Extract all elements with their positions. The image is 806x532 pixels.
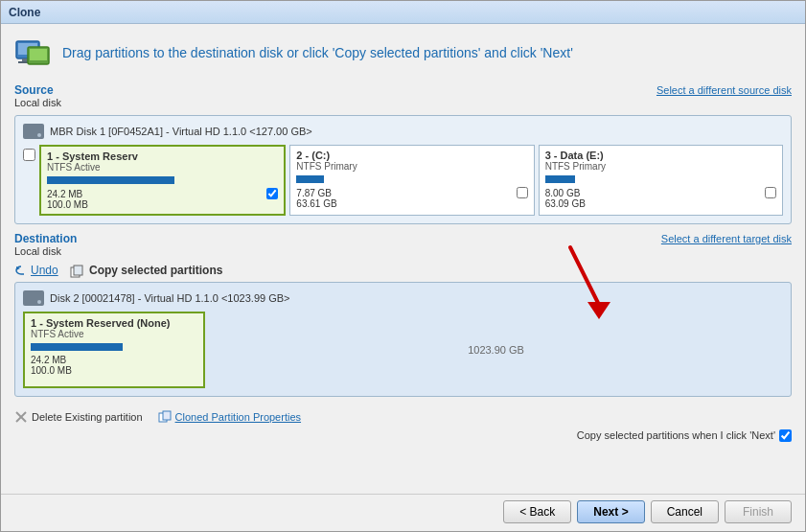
back-button[interactable]: < Back	[503, 500, 571, 523]
dest-partitions-row: 1 - System Reserved (None) NTFS Active 2…	[23, 312, 783, 388]
dest-disk-label: Disk 2 [00021478] - Virtual HD 1.1.0 <10…	[23, 290, 783, 306]
dest-toolbar: Undo Copy selected partitions	[14, 264, 792, 278]
dest-hdd-icon	[23, 290, 44, 306]
button-row: < Back Next > Cancel Finish	[1, 494, 805, 531]
dp1-bar	[31, 343, 123, 351]
svg-rect-8	[74, 266, 82, 275]
dp1-title: 1 - System Reserved (None)	[31, 317, 197, 329]
copy-partitions-button[interactable]: Copy selected partitions	[70, 264, 223, 278]
source-checkbox	[23, 145, 35, 216]
dest-subtitle: Local disk	[14, 245, 77, 257]
finish-button[interactable]: Finish	[725, 500, 792, 523]
source-select-checkbox[interactable]	[23, 149, 35, 161]
p1-type: NTFS Active	[47, 162, 278, 173]
delete-option: Delete Existing partition	[14, 410, 143, 424]
source-header: Source Local disk Select a different sou…	[14, 83, 792, 112]
header-bar: Drag partitions to the destination disk …	[14, 34, 792, 72]
dest-disk-panel: Disk 2 [00021478] - Virtual HD 1.1.0 <10…	[14, 282, 792, 397]
source-disk-label: MBR Disk 1 [0F0452A1] - Virtual HD 1.1.0…	[23, 124, 783, 139]
title-bar: Clone	[1, 1, 805, 24]
delete-icon	[14, 410, 28, 424]
source-title: Source	[14, 83, 61, 97]
p3-sizes: 8.00 GB	[545, 187, 776, 198]
p3-title: 3 - Data (E:)	[545, 150, 776, 161]
p2-title: 2 - (C:)	[296, 150, 527, 161]
source-partition-1[interactable]: 1 - System Reserv NTFS Active 24.2 MB 10…	[39, 145, 286, 216]
main-content: Drag partitions to the destination disk …	[1, 24, 805, 494]
cloned-props-option: Cloned Partition Properties	[158, 410, 301, 424]
source-hdd-icon	[23, 124, 44, 139]
p3-bar	[545, 175, 575, 183]
p1-checkbox[interactable]	[266, 188, 278, 199]
clone-header-icon	[14, 34, 53, 72]
clone-window: Clone Drag partitions to the destination…	[0, 0, 806, 532]
dest-select-link[interactable]: Select a different target disk	[661, 233, 792, 244]
cancel-button[interactable]: Cancel	[651, 500, 719, 523]
source-section: Source Local disk Select a different sou…	[14, 83, 792, 224]
p2-type: NTFS Primary	[296, 161, 527, 172]
footer-copy-check: Copy selected partitions when I click 'N…	[14, 429, 792, 442]
dp1-sizes: 24.2 MB	[31, 355, 197, 365]
footer-options: Delete Existing partition Cloned Partiti…	[14, 410, 792, 424]
footer-section: Delete Existing partition Cloned Partiti…	[14, 410, 792, 442]
copy-check-label: Copy selected partitions when I click 'N…	[577, 429, 775, 441]
undo-button[interactable]: Undo	[14, 264, 58, 277]
header-instruction: Drag partitions to the destination disk …	[62, 45, 573, 60]
copy-check-input[interactable]	[779, 429, 792, 442]
svg-rect-14	[163, 411, 171, 420]
p2-sizes: 7.87 GB	[296, 187, 527, 198]
p2-checkbox[interactable]	[517, 187, 528, 198]
p1-size2: 100.0 MB	[47, 199, 278, 210]
dp1-type: NTFS Active	[31, 329, 197, 339]
dest-header: Destination Local disk Select a differen…	[14, 232, 792, 261]
source-partition-2[interactable]: 2 - (C:) NTFS Primary 7.87 GB 63.61 GB	[289, 145, 534, 216]
dp1-size2: 100.0 MB	[31, 365, 197, 376]
p3-size2: 63.09 GB	[545, 198, 776, 209]
p2-bar	[296, 175, 324, 183]
window-title: Clone	[9, 6, 40, 19]
p1-title: 1 - System Reserv	[47, 150, 278, 162]
p1-sizes: 24.2 MB	[47, 188, 278, 199]
source-partitions-row: 1 - System Reserv NTFS Active 24.2 MB 10…	[23, 145, 783, 216]
undo-icon	[14, 265, 28, 276]
p3-type: NTFS Primary	[545, 161, 776, 172]
dest-empty-space: 1023.90 GB	[209, 312, 783, 388]
p2-size2: 63.61 GB	[296, 198, 527, 209]
cloned-icon	[158, 410, 172, 424]
dest-title: Destination	[14, 232, 77, 245]
cloned-props-link[interactable]: Cloned Partition Properties	[175, 411, 301, 423]
source-subtitle: Local disk	[14, 97, 61, 108]
delete-label: Delete Existing partition	[32, 411, 143, 423]
p1-bar	[47, 176, 174, 184]
next-button[interactable]: Next >	[577, 500, 644, 523]
source-partition-3[interactable]: 3 - Data (E:) NTFS Primary 8.00 GB 63.09…	[539, 145, 783, 216]
source-disk-panel: MBR Disk 1 [0F0452A1] - Virtual HD 1.1.0…	[14, 115, 792, 224]
p3-checkbox[interactable]	[765, 187, 776, 198]
dest-partition-1[interactable]: 1 - System Reserved (None) NTFS Active 2…	[23, 312, 205, 388]
source-select-link[interactable]: Select a different source disk	[656, 84, 792, 96]
destination-section: Destination Local disk Select a differen…	[14, 232, 792, 397]
svg-rect-5	[30, 49, 47, 60]
copy-icon	[70, 265, 83, 278]
